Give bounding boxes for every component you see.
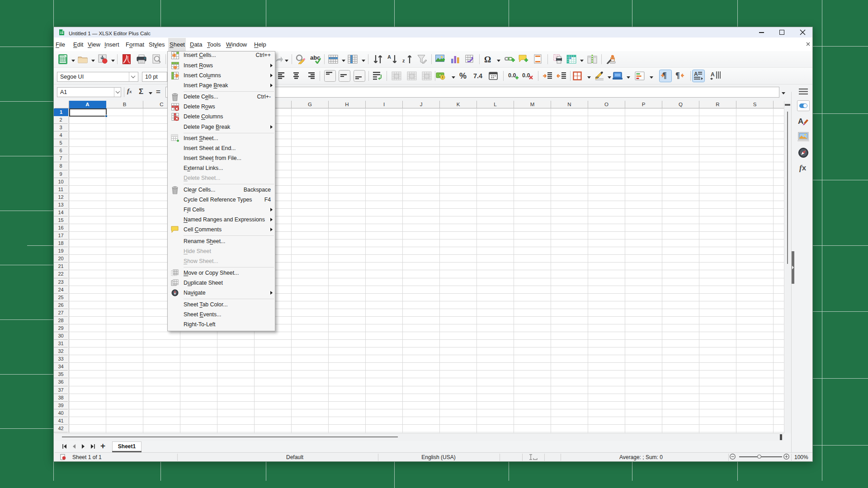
svg-text:0.0: 0.0 xyxy=(508,72,516,79)
svg-text:7.4: 7.4 xyxy=(473,72,482,80)
svg-text:0.0: 0.0 xyxy=(522,72,530,79)
svg-text:A: A xyxy=(798,117,803,126)
svg-text:A: A xyxy=(387,54,391,60)
svg-text:z: z xyxy=(402,58,405,63)
svg-text:A: A xyxy=(711,71,715,78)
svg-text:Ω: Ω xyxy=(484,55,491,64)
svg-text:%: % xyxy=(459,71,467,80)
svg-text:A: A xyxy=(694,71,698,77)
svg-text:¶: ¶ xyxy=(675,71,680,80)
